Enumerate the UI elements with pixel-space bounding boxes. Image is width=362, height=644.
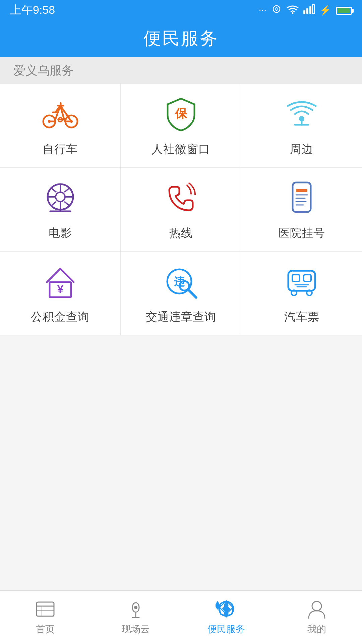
violation-icon: 违 (161, 262, 201, 303)
section-label-text: 爱义乌服务 (13, 62, 74, 79)
service-hospital-label: 医院挂号 (278, 225, 325, 241)
svg-point-61 (312, 601, 321, 611)
svg-line-28 (51, 188, 56, 192)
status-icons: ··· ⚡ (259, 4, 352, 17)
svg-rect-6 (312, 4, 314, 14)
nav-home-icon (34, 599, 57, 620)
svg-line-44 (188, 290, 196, 298)
nav-live-label: 现场云 (122, 623, 150, 636)
nav-home[interactable]: 首页 (0, 599, 90, 636)
svg-point-23 (56, 192, 65, 202)
service-traffic-label: 交通违章查询 (146, 309, 216, 325)
service-hotline[interactable]: 热线 (121, 168, 241, 252)
battery-icon (336, 5, 352, 15)
svg-line-30 (64, 188, 70, 192)
bus-icon (282, 262, 322, 303)
section-label: 爱义乌服务 (0, 57, 362, 84)
nav-service[interactable]: 便民服务 (181, 599, 272, 636)
signal-icon (303, 4, 315, 16)
headphone-icon (271, 4, 282, 17)
bicycle-icon (40, 95, 80, 135)
status-time: 上午9:58 (10, 2, 55, 18)
app-header: 便民服务 (0, 20, 362, 57)
service-fund[interactable]: ¥ 公积金查询 (0, 252, 121, 335)
page-title: 便民服务 (143, 27, 219, 50)
svg-text:¥: ¥ (57, 282, 63, 295)
svg-text:保: 保 (175, 107, 188, 120)
nav-home-label: 首页 (36, 623, 55, 636)
house-yen-icon: ¥ (40, 262, 80, 303)
svg-rect-3 (303, 10, 305, 14)
svg-rect-48 (304, 275, 311, 281)
service-hotline-label: 热线 (169, 225, 193, 241)
service-nearby-label: 周边 (290, 142, 313, 157)
bottom-nav: 首页 现场云 (0, 590, 362, 644)
hospital-icon (282, 178, 322, 219)
service-traffic[interactable]: 违 交通违章查询 (121, 252, 241, 335)
nav-mine-icon (305, 599, 328, 620)
service-bicycle-label: 自行车 (43, 142, 78, 157)
nav-service-label: 便民服务 (207, 623, 245, 636)
nav-mine[interactable]: 我的 (272, 599, 362, 636)
svg-rect-47 (292, 275, 300, 281)
svg-rect-4 (306, 8, 308, 14)
svg-rect-34 (293, 182, 311, 212)
service-fund-label: 公积金查询 (31, 309, 89, 325)
service-hospital[interactable]: 医院挂号 (241, 168, 362, 252)
charging-icon: ⚡ (319, 5, 331, 16)
dots-icon: ··· (259, 5, 266, 15)
nav-live-icon (124, 599, 147, 620)
service-social-security-label: 人社微窗口 (152, 142, 210, 157)
nav-service-icon (215, 599, 238, 620)
svg-point-1 (275, 8, 278, 10)
svg-rect-35 (296, 189, 307, 192)
phone-icon (161, 178, 201, 219)
status-bar: 上午9:58 ··· ⚡ (0, 0, 362, 20)
svg-line-31 (51, 202, 56, 206)
svg-rect-5 (309, 6, 311, 14)
film-icon (40, 178, 80, 219)
svg-point-59 (134, 606, 137, 609)
service-grid: 自行车 保 人社微窗口 周边 (0, 84, 362, 335)
service-bicycle[interactable]: 自行车 (0, 84, 121, 168)
service-bus-ticket[interactable]: 汽车票 (241, 252, 362, 335)
nav-mine-label: 我的 (307, 623, 326, 636)
service-movie[interactable]: 电影 (0, 168, 121, 252)
wifi-status-icon (287, 4, 299, 16)
service-nearby[interactable]: 周边 (241, 84, 362, 168)
svg-point-2 (292, 12, 294, 14)
nav-live[interactable]: 现场云 (90, 599, 181, 636)
service-social-security[interactable]: 保 人社微窗口 (121, 84, 241, 168)
svg-point-0 (273, 6, 280, 12)
svg-line-29 (64, 202, 70, 206)
service-bus-ticket-label: 汽车票 (284, 309, 319, 325)
shield-icon: 保 (161, 95, 201, 135)
svg-rect-54 (37, 602, 54, 616)
service-movie-label: 电影 (49, 225, 72, 241)
nearby-icon (282, 95, 322, 135)
